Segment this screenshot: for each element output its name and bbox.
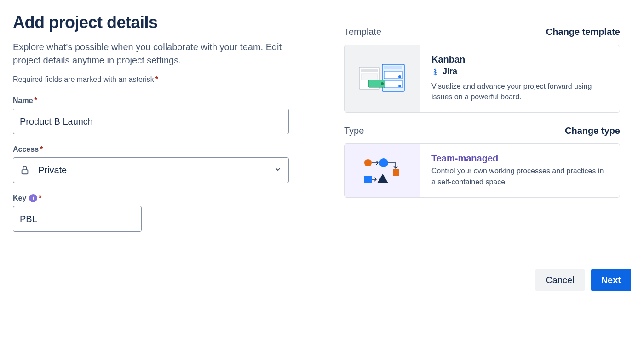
svg-marker-16 (377, 174, 388, 183)
template-card: Kanban Jira Visualize and advance your p… (344, 45, 620, 113)
svg-rect-3 (361, 74, 378, 80)
template-product: Jira (431, 67, 609, 76)
footer-divider (13, 256, 631, 256)
type-description: Control your own working processes and p… (431, 166, 609, 187)
svg-point-9 (398, 85, 401, 87)
page-title: Add project details (13, 13, 289, 32)
info-icon[interactable]: i (29, 194, 37, 202)
key-label: Key i * (13, 194, 289, 202)
asterisk-icon: * (34, 97, 37, 105)
chevron-down-icon (274, 165, 282, 175)
svg-point-11 (381, 82, 384, 85)
change-type-button[interactable]: Change type (565, 126, 620, 136)
jira-icon (431, 68, 440, 76)
next-button[interactable]: Next (591, 269, 631, 291)
kanban-illustration (345, 45, 420, 112)
name-label: Name* (13, 97, 289, 105)
access-value: Private (38, 165, 274, 176)
type-section-label: Type (344, 126, 364, 136)
cancel-button[interactable]: Cancel (535, 269, 584, 291)
svg-point-13 (379, 158, 388, 167)
svg-point-7 (398, 75, 401, 78)
svg-rect-15 (364, 176, 372, 183)
asterisk-icon: * (155, 75, 158, 83)
svg-rect-5 (384, 66, 402, 69)
svg-point-12 (364, 159, 372, 166)
name-input[interactable] (13, 109, 289, 134)
required-fields-note: Required fields are marked with an aster… (13, 75, 289, 84)
access-select[interactable]: Private (13, 157, 289, 183)
asterisk-icon: * (39, 194, 41, 202)
access-label: Access* (13, 145, 289, 154)
page-description: Explore what's possible when you collabo… (13, 40, 289, 67)
template-section-label: Template (344, 27, 381, 37)
type-title: Team-managed (431, 153, 609, 164)
svg-rect-0 (22, 170, 28, 174)
key-input[interactable] (13, 206, 142, 232)
svg-rect-14 (393, 169, 399, 176)
svg-rect-2 (361, 69, 378, 72)
type-card: Team-managed Control your own working pr… (344, 143, 620, 197)
change-template-button[interactable]: Change template (546, 27, 620, 37)
asterisk-icon: * (40, 145, 43, 154)
lock-icon (20, 165, 30, 175)
template-title: Kanban (431, 54, 609, 65)
team-managed-illustration (345, 144, 420, 197)
template-description: Visualize and advance your project forwa… (431, 81, 609, 102)
